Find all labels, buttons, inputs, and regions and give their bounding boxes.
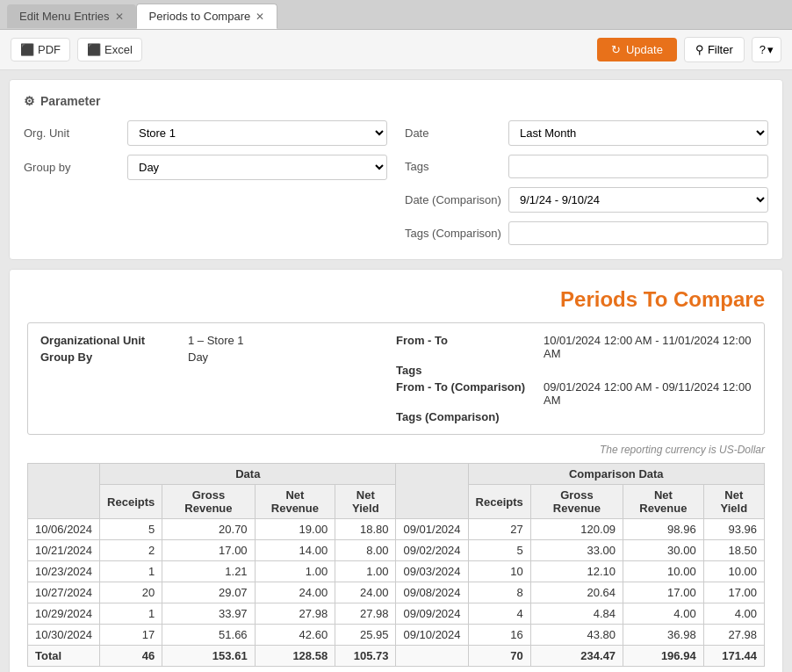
pdf-button[interactable]: ⬛ PDF: [11, 38, 70, 61]
pdf-icon: ⬛: [20, 43, 34, 56]
meta-tags-key: Tags: [396, 364, 536, 377]
cell-cyield: 27.98: [703, 625, 764, 646]
cell-cdate: 09/10/2024: [396, 625, 468, 646]
cell-date: 10/21/2024: [28, 540, 100, 561]
org-unit-select[interactable]: Store 1: [127, 120, 387, 146]
cell-total-label: Total: [28, 646, 100, 667]
cell-cdate: 09/03/2024: [396, 561, 468, 582]
cell-receipts: 20: [100, 582, 162, 603]
cell-creceipts: 5: [468, 540, 530, 561]
table-row: 10/30/2024 17 51.66 42.60 25.95 09/10/20…: [28, 625, 765, 646]
meta-from-to-value: 10/01/2024 12:00 AM - 11/01/2024 12:00 A…: [544, 334, 752, 360]
cell-cdate: 09/09/2024: [396, 603, 468, 625]
th-comparison-section: Comparison Data: [468, 464, 764, 485]
table-row: 10/29/2024 1 33.97 27.98 27.98 09/09/202…: [28, 603, 765, 625]
date-select[interactable]: Last Month: [508, 120, 768, 146]
excel-label: Excel: [104, 43, 133, 56]
cell-yield: 27.98: [335, 603, 396, 625]
cell-cyield: 17.00: [703, 582, 764, 603]
cell-yield: 8.00: [335, 540, 396, 561]
th-gross: Gross Revenue: [162, 485, 255, 519]
tab-periods-compare-close[interactable]: ✕: [256, 11, 264, 23]
report-area: Periods To Compare Organizational Unit 1…: [9, 269, 783, 672]
filter-button[interactable]: ⚲ Filter: [684, 37, 745, 62]
tab-edit-menu[interactable]: Edit Menu Entries ✕: [7, 4, 136, 28]
date-comparison-select[interactable]: 9/1/24 - 9/10/24: [508, 187, 768, 213]
date-comparison-label: Date (Comparison): [405, 193, 501, 206]
cell-gross: 1.21: [162, 561, 255, 582]
cell-gross: 17.00: [162, 540, 255, 561]
table-section-header: Data Comparison Data: [28, 464, 765, 485]
cell-total-cnet: 196.94: [623, 646, 704, 667]
cell-receipts: 1: [100, 603, 162, 625]
filter-icon: ⚲: [695, 43, 704, 56]
meta-group-by: Group By Day: [40, 349, 396, 365]
cell-creceipts: 4: [468, 603, 530, 625]
cell-cgross: 12.10: [530, 561, 623, 582]
meta-group-by-key: Group By: [40, 350, 181, 364]
cell-receipts: 5: [100, 519, 162, 540]
date-control: Last Month: [508, 120, 768, 146]
org-unit-control: Store 1: [127, 120, 387, 146]
th-cyield: Net Yield: [703, 485, 764, 519]
cell-cnet: 17.00: [623, 582, 704, 603]
meta-org-unit-key: Organizational Unit: [40, 334, 181, 347]
parameter-icon: ⚙: [24, 94, 35, 108]
cell-receipts: 2: [100, 540, 162, 561]
tags-comparison-input[interactable]: [508, 221, 768, 245]
th-creceipts: Receipts: [468, 485, 530, 519]
meta-from-to-comparison-key: From - To (Comparison): [396, 380, 536, 407]
pdf-label: PDF: [38, 43, 61, 56]
cell-gross: 51.66: [162, 625, 255, 646]
cell-date: 10/27/2024: [28, 582, 100, 603]
cell-net: 27.98: [255, 603, 335, 625]
group-by-select[interactable]: Day: [127, 155, 387, 180]
th-date: [28, 464, 100, 519]
tab-periods-compare-label: Periods to Compare: [149, 10, 251, 23]
tab-edit-menu-close[interactable]: ✕: [115, 11, 124, 23]
cell-net: 42.60: [255, 625, 335, 646]
cell-creceipts: 10: [468, 561, 530, 582]
parameter-title: ⚙ Parameter: [24, 94, 768, 108]
toolbar-right: ↻ Update ⚲ Filter ? ▾: [597, 37, 781, 62]
cell-cgross: 33.00: [530, 540, 623, 561]
param-left: Org. Unit Store 1 Group by Day: [24, 120, 387, 245]
cell-gross: 29.07: [162, 582, 255, 603]
tags-comparison-label: Tags (Comparison): [405, 227, 501, 240]
org-unit-label: Org. Unit: [24, 126, 120, 140]
th-cnet: Net Revenue: [623, 485, 704, 519]
cell-creceipts: 8: [468, 582, 530, 603]
table-total-row: Total 46 153.61 128.58 105.73 70 234.47 …: [28, 646, 765, 667]
cell-gross: 20.70: [162, 519, 255, 540]
meta-from-to-comparison: From - To (Comparison) 09/01/2024 12:00 …: [396, 379, 752, 408]
cell-cdate: 09/08/2024: [396, 582, 468, 603]
table-row: 10/27/2024 20 29.07 24.00 24.00 09/08/20…: [28, 582, 765, 603]
th-yield: Net Yield: [335, 485, 396, 519]
tab-edit-menu-label: Edit Menu Entries: [19, 10, 110, 23]
table-row: 10/06/2024 5 20.70 19.00 18.80 09/01/202…: [28, 519, 765, 540]
cell-net: 19.00: [255, 519, 335, 540]
update-button[interactable]: ↻ Update: [597, 38, 677, 61]
parameter-grid: Org. Unit Store 1 Group by Day Date: [24, 120, 768, 245]
tags-input[interactable]: [508, 155, 768, 178]
report-meta: Organizational Unit 1 – Store 1 Group By…: [27, 322, 765, 435]
table-row: 10/21/2024 2 17.00 14.00 8.00 09/02/2024…: [28, 540, 765, 561]
tab-periods-compare[interactable]: Periods to Compare ✕: [136, 4, 278, 29]
th-cgross: Gross Revenue: [530, 485, 623, 519]
cell-cnet: 10.00: [623, 561, 704, 582]
cell-cdate: 09/01/2024: [396, 519, 468, 540]
cell-creceipts: 27: [468, 519, 530, 540]
excel-button[interactable]: ⬛ Excel: [77, 38, 142, 61]
cell-net: 1.00: [255, 561, 335, 582]
parameter-panel: ⚙ Parameter Org. Unit Store 1 Group by D…: [9, 79, 783, 260]
tags-comparison-control: [508, 221, 768, 245]
cell-total-cgross: 234.47: [530, 646, 623, 667]
cell-cnet: 4.00: [623, 603, 704, 625]
cell-cyield: 4.00: [703, 603, 764, 625]
cell-gross: 33.97: [162, 603, 255, 625]
cell-receipts: 1: [100, 561, 162, 582]
help-button[interactable]: ? ▾: [752, 37, 781, 62]
cell-net: 24.00: [255, 582, 335, 603]
cell-cgross: 43.80: [530, 625, 623, 646]
cell-date: 10/06/2024: [28, 519, 100, 540]
